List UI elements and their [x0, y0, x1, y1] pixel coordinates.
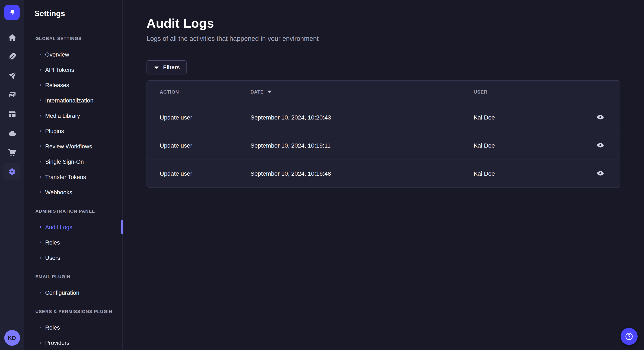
subnav-item-label: Releases [45, 82, 69, 88]
subnav-item-users[interactable]: Users [24, 250, 122, 265]
cell-user: Kai Doe [474, 142, 593, 149]
subnav-item-label: Review Workflows [45, 143, 92, 150]
subnav-item-label: Webhooks [45, 189, 72, 195]
question-mark-icon [624, 332, 634, 341]
subnav-item-transfer-tokens[interactable]: Transfer Tokens [24, 169, 122, 184]
bullet-dot [40, 130, 41, 132]
filters-button-label: Filters [163, 64, 180, 71]
subnav-item-media-library[interactable]: Media Library [24, 108, 122, 123]
nav-pictures-button[interactable] [4, 86, 20, 103]
subnav-item-api-tokens[interactable]: API Tokens [24, 62, 122, 77]
bullet-dot [40, 327, 41, 328]
subnav-item-single-sign-on[interactable]: Single Sign-On [24, 154, 122, 169]
sort-desc-icon [268, 91, 272, 93]
section-label-global-settings: GLOBAL SETTINGS [35, 36, 122, 41]
subnav-item-label: API Tokens [45, 67, 74, 73]
section-list-3: RolesProviders [24, 320, 122, 350]
column-header-label: DATE [250, 89, 264, 94]
nav-feather-button[interactable] [4, 48, 20, 65]
page-title: Audit Logs [146, 16, 620, 31]
view-log-button[interactable] [593, 138, 607, 152]
subnav-item-label: Overview [45, 51, 69, 58]
settings-subnav: Settings GLOBAL SETTINGSOverviewAPI Toke… [24, 0, 123, 350]
cell-action: Update user [160, 114, 250, 121]
subnav-item-label: Roles [45, 324, 60, 331]
subnav-item-audit-logs[interactable]: Audit Logs [24, 219, 122, 235]
layout-icon [8, 110, 16, 118]
subnav-item-review-workflows[interactable]: Review Workflows [24, 139, 122, 154]
help-button[interactable] [620, 328, 638, 345]
nav-paper-plane-button[interactable] [4, 67, 20, 84]
cell-date: September 10, 2024, 10:16:48 [250, 170, 474, 177]
subnav-item-webhooks[interactable]: Webhooks [24, 184, 122, 200]
home-icon [8, 33, 16, 42]
subnav-item-label: Users [45, 255, 60, 261]
cart-icon [8, 148, 16, 157]
section-list-0: OverviewAPI TokensReleasesInternationali… [24, 47, 122, 200]
logo-container [0, 0, 24, 25]
mainnav-footer: KD [0, 325, 24, 350]
section-label-email-plugin: EMAIL PLUGIN [35, 274, 122, 279]
section-list-2: Configuration [24, 285, 122, 300]
audit-logs-table: ACTIONDATEUSER Update userSeptember 10, … [146, 80, 620, 187]
subnav-item-internationalization[interactable]: Internationalization [24, 93, 122, 108]
table-row[interactable]: Update userSeptember 10, 2024, 10:16:48K… [147, 159, 620, 187]
bullet-dot [40, 257, 41, 259]
paper-plane-icon [8, 71, 16, 80]
cell-user: Kai Doe [474, 114, 593, 121]
bullet-dot [40, 115, 41, 117]
gear-icon [8, 167, 16, 176]
subnav-item-overview[interactable]: Overview [24, 47, 122, 62]
filter-icon [153, 64, 160, 71]
bullet-dot [40, 242, 41, 243]
subnav-item-label: Audit Logs [45, 224, 72, 230]
subnav-item-configuration[interactable]: Configuration [24, 285, 122, 300]
table-header-row: ACTIONDATEUSER [147, 81, 620, 103]
column-header-user: USER [474, 89, 593, 94]
bullet-dot [40, 292, 41, 293]
eye-icon [596, 141, 604, 149]
cell-action: Update user [160, 142, 250, 149]
bullet-dot [40, 342, 41, 344]
avatar[interactable]: KD [4, 330, 20, 346]
strapi-logo[interactable] [4, 5, 20, 20]
main-navigation: KD [0, 0, 24, 350]
pictures-icon [8, 90, 16, 99]
cell-user: Kai Doe [474, 170, 593, 177]
column-header-date[interactable]: DATE [250, 89, 474, 94]
strapi-admin-app: KD Settings GLOBAL SETTINGSOverviewAPI T… [0, 0, 644, 350]
table-row[interactable]: Update userSeptember 10, 2024, 10:19:11K… [147, 131, 620, 159]
feather-icon [8, 52, 16, 61]
cell-date: September 10, 2024, 10:19:11 [250, 142, 474, 149]
nav-gear-button[interactable] [4, 163, 20, 180]
bullet-dot [40, 176, 41, 178]
eye-icon [596, 169, 604, 177]
column-header-label: ACTION [160, 89, 179, 94]
cloud-icon [8, 129, 16, 138]
strapi-logo-icon [7, 8, 16, 17]
subnav-item-releases[interactable]: Releases [24, 77, 122, 93]
view-log-button[interactable] [593, 167, 607, 180]
nav-cart-button[interactable] [4, 144, 20, 161]
column-header-action: ACTION [160, 89, 250, 94]
table-row[interactable]: Update userSeptember 10, 2024, 10:20:43K… [147, 103, 620, 131]
bullet-dot [40, 100, 41, 101]
subnav-title-divider [34, 27, 45, 27]
subnav-item-plugins[interactable]: Plugins [24, 123, 122, 139]
nav-home-button[interactable] [4, 29, 20, 46]
section-list-1: Audit LogsRolesUsers [24, 219, 122, 265]
subnav-item-roles[interactable]: Roles [24, 235, 122, 250]
bullet-dot [40, 69, 41, 71]
bullet-dot [40, 54, 41, 55]
table-body: Update userSeptember 10, 2024, 10:20:43K… [147, 103, 620, 187]
subnav-item-providers[interactable]: Providers [24, 335, 122, 350]
bullet-dot [40, 226, 41, 228]
filters-button[interactable]: Filters [146, 60, 186, 74]
view-log-button[interactable] [593, 110, 607, 124]
bullet-dot [40, 84, 41, 86]
section-label-users-permissions-plugin: USERS & PERMISSIONS PLUGIN [35, 309, 122, 314]
nav-layout-button[interactable] [4, 105, 20, 123]
subnav-item-label: Transfer Tokens [45, 174, 86, 180]
subnav-item-roles[interactable]: Roles [24, 320, 122, 335]
nav-cloud-button[interactable] [4, 125, 20, 142]
